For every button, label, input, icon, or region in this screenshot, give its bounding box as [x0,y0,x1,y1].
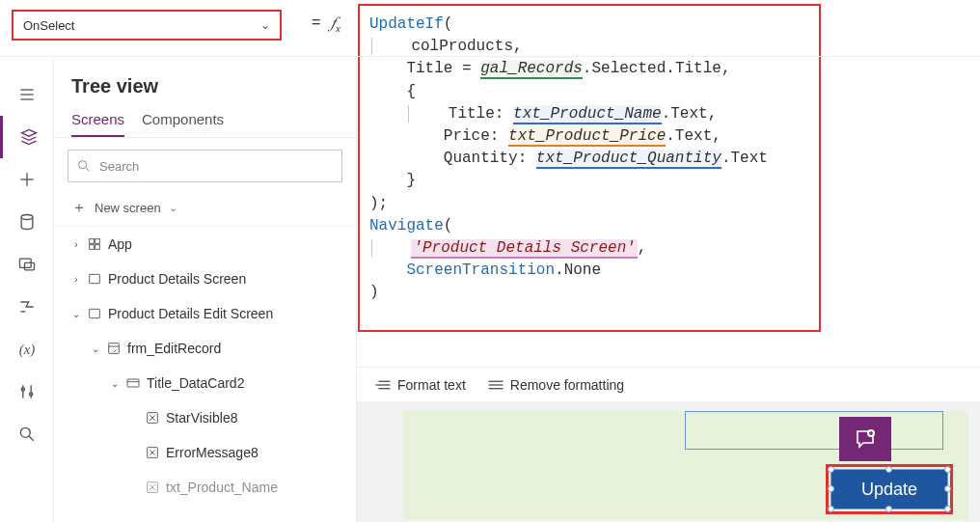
tab-screens[interactable]: Screens [71,111,124,137]
variables-icon[interactable]: (x) [0,328,54,371]
app-icon [87,236,102,252]
fx-icon: 𝑓x [331,14,340,34]
resize-handle[interactable] [885,466,892,473]
format-text-button[interactable]: Format text [374,377,466,393]
update-button[interactable]: Update [830,469,948,509]
hamburger-icon[interactable] [0,73,54,116]
flows-icon[interactable] [0,286,54,328]
update-button-label: Update [861,480,917,500]
new-screen-label: New screen [95,201,161,215]
screen-icon [87,271,102,287]
tree-title: Tree view [54,69,356,103]
ref-txt-name: txt_Product_Name [513,105,662,124]
property-dropdown[interactable]: OnSelect ⌄ [12,10,282,41]
screen-icon [87,306,102,321]
canvas-area: Update [357,401,980,522]
svg-line-15 [86,168,90,172]
tree-node-control[interactable]: txt_Product_Name [54,470,356,505]
tree-node-screen[interactable]: › Product Details Screen [54,261,356,296]
left-rail: (x) [0,60,54,522]
equals-sign: = [312,14,320,31]
resize-handle[interactable] [885,506,892,512]
tools-icon[interactable] [0,371,54,413]
tree-node-card[interactable]: ⌄ Title_DataCard2 [54,366,356,400]
tree-node-form[interactable]: ⌄ frm_EditRecord [54,331,356,366]
svg-rect-24 [127,379,139,387]
fn-updateif: UpdateIf [369,15,444,33]
canvas-screen[interactable]: Update [403,411,968,520]
tree-view-icon[interactable] [0,116,54,158]
fn-navigate: Navigate [369,217,444,234]
tree-node-control[interactable]: StarVisible8 [54,400,356,435]
ref-txt-price: txt_Product_Price [508,127,666,147]
control-icon [145,410,160,426]
search-icon [76,158,92,174]
svg-point-12 [20,427,30,437]
format-text-icon [374,378,392,392]
selected-button-highlight: Update [826,464,953,514]
svg-rect-20 [90,274,100,283]
chevron-down-icon: ⌄ [169,202,177,214]
new-screen-button[interactable]: ＋ New screen ⌄ [54,190,356,227]
resize-handle[interactable] [828,506,834,512]
resize-handle[interactable] [944,466,951,473]
tree-node-app[interactable]: › App [54,227,356,261]
search-rail-icon[interactable] [0,413,54,455]
search-placeholder: Search [99,159,139,174]
control-icon [145,445,160,460]
svg-rect-7 [25,262,35,270]
media-icon[interactable] [0,243,54,286]
remove-formatting-icon [487,378,504,392]
comment-badge[interactable] [839,417,891,461]
tree-node-screen[interactable]: ⌄ Product Details Edit Screen [54,296,356,331]
formula-toolbar: Format text Remove formatting [357,367,980,401]
ref-screen: 'Product Details Screen' [411,239,637,259]
insert-icon[interactable] [0,158,54,201]
resize-handle[interactable] [944,485,951,492]
form-icon [106,341,122,356]
formula-cond-field: Title [406,60,452,77]
ref-txt-qty: txt_Product_Quantity [536,150,721,169]
resize-handle[interactable] [828,485,834,492]
svg-point-5 [21,215,33,220]
resize-handle[interactable] [944,506,951,512]
formula-editor[interactable]: UpdateIf( colProducts, Title = gal_Recor… [358,4,821,332]
text-input-outline[interactable] [685,411,943,450]
search-input[interactable]: Search [68,150,342,182]
card-icon [125,375,141,391]
control-icon [145,480,160,495]
svg-rect-19 [95,245,100,250]
svg-line-13 [29,436,34,441]
remove-formatting-button[interactable]: Remove formatting [487,377,624,393]
formula-collection: colProducts [411,38,513,55]
ref-gal-records: gal_Records [480,60,583,79]
divider [0,56,980,57]
tree-view-panel: Tree view Screens Components Search ＋ Ne… [54,60,357,522]
svg-rect-17 [95,239,100,244]
tab-components[interactable]: Components [142,111,224,137]
plus-icon: ＋ [71,198,87,218]
svg-rect-16 [90,239,95,244]
svg-rect-18 [90,245,95,250]
data-icon[interactable] [0,201,54,243]
tree-node-control[interactable]: ErrorMessage8 [54,435,356,470]
svg-point-14 [79,161,87,169]
property-dropdown-value: OnSelect [23,18,74,33]
resize-handle[interactable] [828,466,834,473]
chevron-down-icon: ⌄ [260,18,270,32]
tree-tabs: Screens Components [54,103,356,138]
svg-rect-21 [90,309,100,317]
comment-plus-icon [854,427,877,451]
